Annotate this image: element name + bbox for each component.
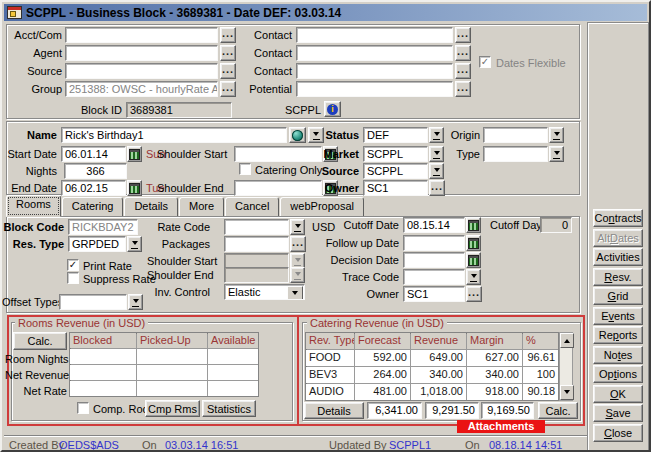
table-cell[interactable]: AUDIO	[306, 384, 354, 400]
tab-catering[interactable]: Catering	[62, 197, 124, 217]
type-field[interactable]	[483, 146, 548, 162]
table-cell[interactable]: FOOD	[306, 350, 354, 366]
tab-more[interactable]: More	[179, 197, 224, 217]
scroll-up-button[interactable]	[560, 333, 574, 348]
contact1-field[interactable]	[296, 27, 453, 43]
acct-com-lov-button[interactable]: ...	[220, 27, 236, 43]
sidebar-button-resv[interactable]: Resv.	[593, 268, 643, 286]
potential-lov-button[interactable]: ...	[455, 81, 471, 97]
header-owner-lov-button[interactable]: ...	[429, 180, 445, 196]
catering-calc-button[interactable]: Calc.	[538, 402, 578, 419]
contact3-field[interactable]	[296, 63, 453, 79]
comp-rooms-checkbox[interactable]	[77, 402, 89, 414]
table-cell[interactable]: 90.18	[523, 384, 558, 400]
table-cell[interactable]: 918.00	[467, 384, 522, 400]
header-source-field[interactable]: SCPPL	[363, 163, 428, 179]
inv-control-combobox[interactable]: Elastic	[224, 284, 305, 300]
origin-lov-button[interactable]	[549, 127, 564, 143]
group-field[interactable]: 251388: OWSC - hourlyRate Attribute	[65, 81, 218, 97]
type-lov-button[interactable]	[549, 146, 564, 162]
contact3-lov-button[interactable]: ...	[455, 63, 471, 79]
decision-calendar-button[interactable]	[466, 252, 481, 268]
table-cell[interactable]: 627.00	[467, 350, 522, 366]
statistics-button[interactable]: Statistics	[202, 400, 256, 417]
market-field[interactable]: SCPPL	[363, 146, 428, 162]
attachments-indicator[interactable]: Attachments	[457, 420, 545, 433]
table-cell[interactable]: 264.00	[355, 367, 410, 383]
rooms-revenue-calc-button[interactable]: Calc.	[13, 332, 67, 350]
origin-field[interactable]	[483, 127, 548, 143]
rooms-owner-lov-button[interactable]: ...	[466, 286, 482, 302]
suppress-rate-checkbox[interactable]	[67, 272, 79, 284]
sidebar-button-ok[interactable]: OK	[593, 385, 643, 403]
sidebar-button-options[interactable]: Options	[593, 365, 643, 383]
cutoff-date-calendar-button[interactable]	[466, 217, 481, 233]
group-lov-button[interactable]: ...	[220, 81, 236, 97]
end-date-field[interactable]: 06.02.15	[61, 180, 126, 196]
dates-flexible-checkbox[interactable]	[479, 56, 491, 68]
sidebar-button-close[interactable]: Close	[593, 424, 643, 442]
combo-arrow-button[interactable]	[287, 286, 303, 300]
packages-field[interactable]	[224, 236, 289, 252]
res-type-field[interactable]: GRPDED	[68, 236, 126, 252]
name-field[interactable]: Rick's Birthday1	[61, 127, 287, 143]
title-bar[interactable]: SCPPL - Business Block - 3689381 - Date …	[4, 4, 647, 21]
sidebar-button-grid[interactable]: Grid	[593, 287, 643, 305]
tab-details[interactable]: Details	[124, 197, 178, 217]
table-cell[interactable]: 592.00	[355, 350, 410, 366]
offset-types-field[interactable]	[59, 294, 127, 310]
cmp-rms-button[interactable]: Cmp Rms	[145, 400, 200, 417]
tab-cancel[interactable]: Cancel	[225, 197, 279, 217]
potential-field[interactable]	[296, 81, 453, 97]
table-cell[interactable]: 481.00	[355, 384, 410, 400]
start-date-calendar-button[interactable]	[127, 146, 142, 162]
print-rate-checkbox[interactable]	[67, 259, 79, 271]
contact1-lov-button[interactable]: ...	[455, 27, 471, 43]
agent-lov-button[interactable]: ...	[220, 45, 236, 61]
details-button[interactable]: Details	[304, 402, 364, 419]
tab-webproposal[interactable]: webProposal	[280, 197, 364, 217]
table-cell[interactable]: 96.61	[523, 350, 558, 366]
trace-code-field[interactable]	[403, 269, 465, 285]
packages-lov-button[interactable]: ...	[290, 236, 306, 252]
scroll-down-button[interactable]	[560, 385, 574, 400]
table-cell[interactable]: 1,018.00	[411, 384, 466, 400]
nights-field[interactable]: 366	[64, 163, 127, 179]
follow-up-calendar-button[interactable]	[466, 235, 481, 251]
table-cell[interactable]: BEV3	[306, 367, 354, 383]
contact2-field[interactable]	[296, 45, 453, 61]
property-info-button[interactable]	[324, 101, 341, 117]
rate-code-field[interactable]	[224, 219, 289, 235]
rooms-owner-field[interactable]: SC1	[403, 286, 465, 302]
contact2-lov-button[interactable]: ...	[455, 45, 471, 61]
follow-up-date-field[interactable]	[403, 235, 465, 251]
catering-table-scrollbar[interactable]	[559, 332, 573, 401]
sidebar-button-events[interactable]: Events	[593, 307, 643, 325]
cutoff-date-field[interactable]: 08.15.14	[403, 217, 465, 233]
header-source-lov-button[interactable]	[429, 163, 444, 179]
table-cell[interactable]: 649.00	[411, 350, 466, 366]
start-date-field[interactable]: 06.01.14	[61, 146, 126, 162]
block-code-field[interactable]: RICKBDAY2	[68, 219, 138, 235]
sidebar-button-contracts[interactable]: Contracts	[593, 209, 643, 227]
sidebar-button-reports[interactable]: Reports	[593, 326, 643, 344]
sidebar-button-save[interactable]: Save	[593, 404, 643, 422]
offset-types-lov-button[interactable]	[128, 294, 143, 310]
source-lov-button[interactable]: ...	[220, 63, 236, 79]
res-type-lov-button[interactable]	[127, 236, 142, 252]
table-cell[interactable]: 100	[523, 367, 558, 383]
header-owner-field[interactable]: SC1	[363, 180, 428, 196]
rate-code-lov-button[interactable]	[290, 219, 305, 235]
table-cell[interactable]: 340.00	[411, 367, 466, 383]
decision-date-field[interactable]	[403, 252, 465, 268]
status-field[interactable]: DEF	[363, 127, 428, 143]
acct-com-field[interactable]	[65, 27, 218, 43]
sidebar-button-notes[interactable]: Notes	[593, 346, 643, 364]
catering-only-checkbox[interactable]	[239, 163, 251, 175]
source-field[interactable]	[65, 63, 218, 79]
sidebar-button-activities[interactable]: Activities	[593, 248, 643, 266]
tab-rooms[interactable]: Rooms	[6, 195, 61, 217]
table-cell[interactable]: 340.00	[467, 367, 522, 383]
trace-code-lov-button[interactable]	[466, 269, 481, 285]
agent-field[interactable]	[65, 45, 218, 61]
